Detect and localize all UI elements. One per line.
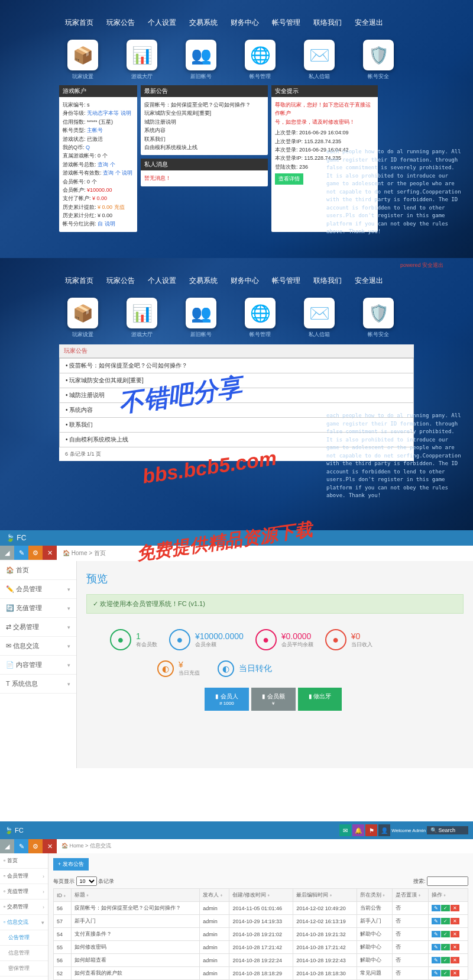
icon-tile[interactable]: 🛡️帐号安全 xyxy=(361,298,396,339)
view-btn[interactable]: ✓ xyxy=(441,970,450,976)
table-search: 搜索: xyxy=(413,876,468,886)
nav-item[interactable]: 玩家首页 xyxy=(65,276,93,286)
table-header[interactable]: 操作 ♦ xyxy=(428,889,468,902)
table-header[interactable]: 标题 ♦ xyxy=(71,889,200,902)
toolbar-btn-4[interactable]: ✕ xyxy=(43,546,57,560)
action-button[interactable]: ▮ 会员人# 1000 xyxy=(205,688,249,711)
edit-btn[interactable]: ✎ xyxy=(432,905,440,911)
view-btn[interactable]: ✓ xyxy=(441,957,450,963)
hd-badge-3[interactable]: ⚑ xyxy=(365,824,377,836)
announce-row[interactable]: 疫苗帐号：如何保提至全吧？公司如何操作？ xyxy=(144,101,264,109)
icon-tile[interactable]: ✉️私人信箱 xyxy=(302,298,337,339)
delete-btn[interactable]: ✕ xyxy=(451,905,459,911)
sidebar2-item[interactable]: ▫ 内容管理› xyxy=(0,976,48,980)
nav-item[interactable]: 玩家公告 xyxy=(106,18,135,28)
table-search-input[interactable] xyxy=(427,876,468,886)
table-header[interactable]: 所在类别 ♦ xyxy=(357,889,392,902)
delete-btn[interactable]: ✕ xyxy=(451,931,459,937)
edit-btn[interactable]: ✎ xyxy=(432,931,440,937)
nav-item[interactable]: 财务中心 xyxy=(231,276,259,286)
sidebar-item[interactable]: ✏️ 会员管理▾ xyxy=(0,580,76,599)
sidebar2-item[interactable]: ▫ 首页 xyxy=(0,853,48,869)
announce-tab[interactable]: 玩家公告 xyxy=(59,344,414,358)
delete-btn[interactable]: ✕ xyxy=(451,944,459,950)
sidebar-item[interactable]: ⇄ 交易管理▾ xyxy=(0,618,76,637)
sidebar2-item[interactable]: ▫ 会员管理› xyxy=(0,869,48,884)
icon-tile[interactable]: 🌐帐号管理 xyxy=(242,40,278,80)
announce-row[interactable]: 自由模利系统模块上线 xyxy=(144,143,264,151)
nav-item[interactable]: 玩家首页 xyxy=(65,18,93,28)
hd-badge-1[interactable]: ✉ xyxy=(339,824,351,836)
sidebar-item[interactable]: 🏠 首页 xyxy=(0,561,76,580)
nav-item[interactable]: 联络我们 xyxy=(313,18,342,28)
view-detail-button[interactable]: 查看详情 xyxy=(275,173,303,184)
nav-item[interactable]: 个人设置 xyxy=(148,276,176,286)
nav-item[interactable]: 玩家公告 xyxy=(106,276,135,286)
table-header[interactable]: 创建/修改时间 ♦ xyxy=(229,889,293,902)
table-header[interactable]: ID ♦ xyxy=(54,889,72,902)
action-button[interactable]: ▮ 做出牙 xyxy=(298,688,342,711)
edit-btn[interactable]: ✎ xyxy=(432,957,440,963)
announce-cell[interactable]: • 玩家城防安全但其规则[重要] xyxy=(60,373,414,388)
icon-tile[interactable]: 📦玩家设置 xyxy=(65,40,101,80)
tile-label: 玩家设置 xyxy=(65,73,101,80)
view-btn[interactable]: ✓ xyxy=(441,905,450,911)
toolbar-btn-1[interactable]: ◢ xyxy=(0,546,14,560)
view-btn[interactable]: ✓ xyxy=(441,944,450,950)
nav-item[interactable]: 联络我们 xyxy=(313,276,342,286)
table-header[interactable]: 最后编辑时间 ♦ xyxy=(293,889,357,902)
announce-row[interactable]: 联系我们 xyxy=(144,135,264,143)
sidebar-item[interactable]: 📄 内容管理▾ xyxy=(0,656,76,675)
icon-tile[interactable]: 📊游戏大厅 xyxy=(124,298,160,339)
nav-item[interactable]: 帐号管理 xyxy=(272,276,300,286)
sidebar2-item[interactable]: 信息管理 xyxy=(0,946,48,961)
search-input[interactable]: 🔍 Search xyxy=(427,826,468,834)
sidebar2-item[interactable]: 密保管理 xyxy=(0,961,48,976)
icon-tile[interactable]: 👥新旧帐号 xyxy=(183,298,219,339)
table-header[interactable]: 是否置顶 ♦ xyxy=(393,889,428,902)
table-header[interactable]: 发布人 ♦ xyxy=(200,889,229,902)
sidebar2-item[interactable]: 公告管理 xyxy=(0,930,48,946)
icon-tile[interactable]: 👥新旧帐号 xyxy=(183,40,219,80)
tile-icon: 🌐 xyxy=(245,40,276,70)
edit-btn[interactable]: ✎ xyxy=(432,970,440,976)
view-btn[interactable]: ✓ xyxy=(441,931,450,937)
nav-item[interactable]: 财务中心 xyxy=(231,18,259,28)
icon-tile[interactable]: 📦玩家设置 xyxy=(65,298,101,339)
delete-btn[interactable]: ✕ xyxy=(451,957,459,963)
side-english-text-2: each people how to do al running pany. A… xyxy=(326,412,462,500)
sidebar2-item[interactable]: ▫ 交易管理› xyxy=(0,900,48,915)
announce-row[interactable]: 系统内容 xyxy=(144,126,264,134)
per-page-select[interactable]: 10 xyxy=(76,876,97,886)
sidebar2-item[interactable]: ▫ 信息交流▾ xyxy=(0,915,48,930)
sidebar-item[interactable]: T 系统信息▾ xyxy=(0,675,76,694)
announce-cell[interactable]: • 疫苗帐号：如何保提至全吧？公司如何操作？ xyxy=(60,359,414,373)
delete-btn[interactable]: ✕ xyxy=(451,970,459,976)
view-btn[interactable]: ✓ xyxy=(441,918,450,924)
icon-tile[interactable]: 🛡️帐号安全 xyxy=(361,40,396,80)
nav-item[interactable]: 交易系统 xyxy=(189,18,218,28)
icon-tile[interactable]: 🌐帐号管理 xyxy=(242,298,278,339)
add-announce-button[interactable]: + 发布公告 xyxy=(53,858,89,871)
nav-item[interactable]: 安全退出 xyxy=(355,18,383,28)
hd-badge-2[interactable]: 🔔 xyxy=(352,824,364,836)
hd-avatar[interactable]: 👤 xyxy=(378,824,390,836)
nav-item[interactable]: 安全退出 xyxy=(355,276,383,286)
delete-btn[interactable]: ✕ xyxy=(451,918,459,924)
icon-tile[interactable]: 📊游戏大厅 xyxy=(124,40,160,80)
toolbar-btn-3[interactable]: ⚙ xyxy=(28,546,43,560)
sidebar-item[interactable]: 🔄 充值管理▾ xyxy=(0,599,76,618)
nav-item[interactable]: 个人设置 xyxy=(148,18,176,28)
announce-row[interactable]: 城防注册说明 xyxy=(144,118,264,126)
sidebar-item[interactable]: ✉ 信息交流▾ xyxy=(0,637,76,656)
announce-row[interactable]: 玩家城防安全但其规则[重要] xyxy=(144,109,264,117)
announce-cell[interactable]: • 城防注册说明 xyxy=(60,388,414,403)
nav-item[interactable]: 帐号管理 xyxy=(272,18,300,28)
icon-tile[interactable]: ✉️私人信箱 xyxy=(302,40,337,80)
nav-item[interactable]: 交易系统 xyxy=(189,276,218,286)
toolbar-btn-2[interactable]: ✎ xyxy=(14,546,28,560)
edit-btn[interactable]: ✎ xyxy=(432,918,440,924)
action-button[interactable]: ▮ 会员额¥ xyxy=(251,688,296,711)
sidebar2-item[interactable]: ▫ 充值管理› xyxy=(0,884,48,900)
edit-btn[interactable]: ✎ xyxy=(432,944,440,950)
